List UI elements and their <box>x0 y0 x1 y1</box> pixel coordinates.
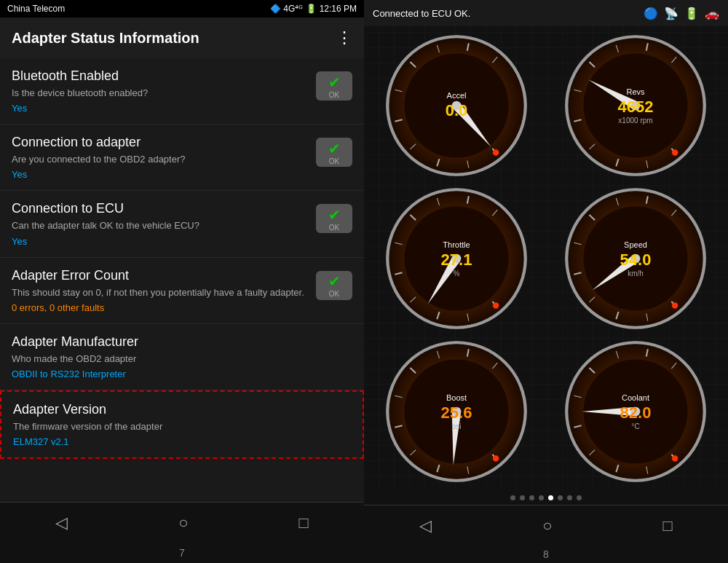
right-status-icons: 🔵 📡 🔋 🚗 <box>644 7 719 20</box>
info-item-desc-bluetooth: Is the device bluetooth enabled? <box>12 87 309 100</box>
svg-point-15 <box>493 149 499 155</box>
info-item-title-version: Adapter Version <box>13 402 351 417</box>
car-icon: 🚗 <box>705 7 719 20</box>
gauge-svg-boost: Boost25.6psi <box>384 339 529 484</box>
info-item-title-manufacturer: Adapter Manufacturer <box>12 334 352 350</box>
gauge-accel: Accel0.0 <box>370 32 543 179</box>
svg-point-62 <box>631 254 641 264</box>
info-item-value-version: ELM327 v2.1 <box>13 436 351 447</box>
page-dot-2[interactable] <box>529 495 534 500</box>
recent-button[interactable]: □ <box>285 508 323 538</box>
gauge-svg-throttle: Throttle27.1% <box>384 186 529 331</box>
info-item-desc-connection-adapter: Are you connected to the OBD2 adapter? <box>12 153 309 166</box>
left-nav-bar: ◁ ○ □ <box>0 502 364 543</box>
signal-icons: 🔷 4G⁴ᴳ 🔋 <box>270 4 317 14</box>
info-item-content-connection-ecu: Connection to ECUCan the adapter talk OK… <box>12 201 309 246</box>
carrier-name: China Telecom <box>7 4 65 14</box>
info-item-connection-ecu: Connection to ECUCan the adapter talk OK… <box>0 191 364 257</box>
status-bar: China Telecom 🔷 4G⁴ᴳ 🔋 12:16 PM <box>0 0 364 17</box>
info-item-manufacturer: Adapter ManufacturerWho made the OBD2 ad… <box>0 324 364 390</box>
svg-point-95 <box>672 455 678 461</box>
check-badge-connection-adapter: ✔OK <box>316 138 352 167</box>
gauge-throttle: Throttle27.1% <box>370 185 543 332</box>
info-list: Bluetooth EnabledIs the device bluetooth… <box>0 58 364 502</box>
time-display: 12:16 PM <box>320 4 357 14</box>
gauge-svg-revs: Revs4652x1000 rpm <box>563 33 708 178</box>
svg-point-78 <box>452 407 462 417</box>
info-item-version: Adapter VersionThe firmware version of t… <box>0 390 364 459</box>
battery-icon: 🔋 <box>684 7 699 20</box>
right-panel: Connected to ECU OK. 🔵 📡 🔋 🚗 Accel0.0 Re… <box>364 0 728 563</box>
check-badge-connection-ecu: ✔OK <box>316 204 352 233</box>
right-nav-bar: ◁ ○ □ <box>364 505 728 546</box>
back-button[interactable]: ◁ <box>41 508 82 538</box>
info-item-title-bluetooth: Bluetooth Enabled <box>12 68 309 84</box>
info-item-content-version: Adapter VersionThe firmware version of t… <box>13 402 351 447</box>
svg-point-94 <box>631 407 641 417</box>
page-dot-5[interactable] <box>558 495 563 500</box>
info-item-value-error-count: 0 errors, 0 other faults <box>12 302 309 313</box>
ecu-status-text: Connected to ECU OK. <box>373 8 470 19</box>
svg-point-63 <box>672 302 678 308</box>
info-item-content-manufacturer: Adapter ManufacturerWho made the OBD2 ad… <box>12 334 352 379</box>
left-page-number: 7 <box>0 543 364 563</box>
info-item-title-error-count: Adapter Error Count <box>12 268 309 283</box>
info-item-desc-manufacturer: Who made the OBD2 adapter <box>12 353 352 366</box>
info-item-value-connection-ecu: Yes <box>12 236 309 247</box>
check-badge-bluetooth: ✔OK <box>316 71 352 101</box>
info-item-desc-connection-ecu: Can the adapter talk OK to the vehicle E… <box>12 219 309 232</box>
info-item-bluetooth: Bluetooth EnabledIs the device bluetooth… <box>0 58 364 125</box>
info-item-content-bluetooth: Bluetooth EnabledIs the device bluetooth… <box>12 68 309 114</box>
page-dot-1[interactable] <box>520 495 525 500</box>
gauge-svg-coolant: Coolant82.0°C <box>563 339 708 484</box>
svg-point-46 <box>452 254 462 264</box>
check-mark-error-count: ✔ <box>328 272 341 290</box>
info-item-content-error-count: Adapter Error CountThis should stay on 0… <box>12 268 309 313</box>
right-back-button[interactable]: ◁ <box>405 511 446 541</box>
check-badge-error-count: ✔OK <box>316 271 352 300</box>
check-label-bluetooth: OK <box>329 91 339 99</box>
check-mark-connection-adapter: ✔ <box>328 140 341 157</box>
info-item-value-bluetooth: Yes <box>12 103 309 114</box>
app-title: Adapter Status Information <box>12 30 199 47</box>
page-dot-4[interactable] <box>548 495 553 500</box>
page-dot-3[interactable] <box>539 495 544 500</box>
svg-point-47 <box>493 302 499 308</box>
svg-point-79 <box>493 455 499 461</box>
check-label-error-count: OK <box>329 290 339 298</box>
info-item-desc-version: The firmware version of the adapter <box>13 420 351 433</box>
gauge-svg-accel: Accel0.0 <box>384 33 529 178</box>
check-label-connection-ecu: OK <box>329 224 339 232</box>
gauge-speed: Speed54.0km/h <box>549 185 722 332</box>
app-bar: Adapter Status Information ⋮ <box>0 17 364 58</box>
page-dot-6[interactable] <box>567 495 572 500</box>
right-home-button[interactable]: ○ <box>528 511 566 541</box>
check-mark-connection-ecu: ✔ <box>328 206 341 224</box>
gauge-svg-speed: Speed54.0km/h <box>563 186 708 331</box>
page-dot-0[interactable] <box>510 495 515 500</box>
gauges-container: Accel0.0 Revs4652x1000 rpm Throttle27.1%… <box>364 26 728 491</box>
page-dot-7[interactable] <box>577 495 582 500</box>
info-item-connection-adapter: Connection to adapterAre you connected t… <box>0 125 364 191</box>
check-mark-bluetooth: ✔ <box>328 74 341 91</box>
svg-point-14 <box>452 101 462 111</box>
page-dots <box>364 491 728 505</box>
status-time: 🔷 4G⁴ᴳ 🔋 12:16 PM <box>270 4 357 14</box>
info-item-title-connection-adapter: Connection to adapter <box>12 135 309 150</box>
svg-point-30 <box>631 101 641 111</box>
wifi-icon: 📡 <box>664 7 678 20</box>
info-item-content-connection-adapter: Connection to adapterAre you connected t… <box>12 135 309 180</box>
gauge-revs: Revs4652x1000 rpm <box>549 32 722 179</box>
right-status-bar: Connected to ECU OK. 🔵 📡 🔋 🚗 <box>364 0 728 26</box>
bluetooth-icon: 🔵 <box>644 7 658 20</box>
right-page-number: 8 <box>364 546 728 563</box>
info-item-title-connection-ecu: Connection to ECU <box>12 201 309 216</box>
info-item-value-connection-adapter: Yes <box>12 169 309 180</box>
home-button[interactable]: ○ <box>164 508 202 538</box>
info-item-desc-error-count: This should stay on 0, if not then you p… <box>12 286 309 299</box>
check-label-connection-adapter: OK <box>329 157 339 165</box>
right-recent-button[interactable]: □ <box>649 511 687 541</box>
gauge-boost: Boost25.6psi <box>370 338 543 485</box>
menu-button[interactable]: ⋮ <box>336 28 352 47</box>
gauge-coolant: Coolant82.0°C <box>549 338 722 485</box>
